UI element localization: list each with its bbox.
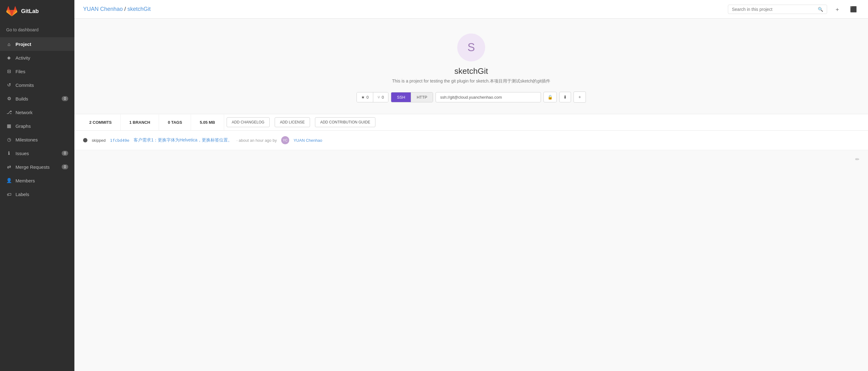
commits-count: 2 COMMITS: [89, 120, 112, 125]
sidebar-item-graphs[interactable]: ▦ Graphs: [0, 119, 74, 133]
fork-icon: ⑂: [378, 95, 380, 99]
commit-status-dot: [83, 138, 87, 142]
project-avatar-letter: S: [467, 41, 475, 54]
download-icon-button[interactable]: ⬇: [559, 92, 571, 103]
sidebar-label-builds: Builds: [16, 96, 28, 102]
author-initials: YC: [283, 138, 287, 142]
sidebar-item-dashboard[interactable]: Go to dashboard: [0, 22, 74, 37]
lock-icon-button[interactable]: 🔒: [544, 92, 557, 103]
sidebar-item-issues[interactable]: ℹ Issues 0: [0, 146, 74, 160]
project-name: sketchGit: [81, 66, 862, 76]
sidebar-label-members: Members: [16, 178, 35, 183]
project-avatar: S: [457, 33, 485, 61]
stars-button[interactable]: ★ 0: [357, 92, 373, 102]
sidebar-item-builds[interactable]: ⚙ Builds 0: [0, 92, 74, 106]
commit-meta: · about an hour ago by: [237, 138, 277, 143]
sidebar-item-members[interactable]: 👤 Members: [0, 174, 74, 188]
sidebar-label-milestones: Milestones: [16, 137, 38, 142]
gitlab-logo-icon: [6, 6, 18, 17]
commit-message[interactable]: 客户需求1：更换字体为Helvetica，更换标签位置。: [134, 137, 232, 143]
stats-bar: 2 COMMITS 1 BRANCH 0 TAGS 5.05 MB ADD CH…: [74, 114, 868, 131]
project-info: S sketchGit This is a project for testin…: [74, 19, 868, 114]
project-body: S sketchGit This is a project for testin…: [74, 19, 868, 371]
sidebar-header: GitLab: [0, 0, 74, 22]
issues-icon: ℹ: [6, 150, 12, 156]
commit-hash[interactable]: 1fcbd49e: [110, 138, 130, 143]
sidebar-label-files: Files: [16, 69, 25, 74]
commit-author-name[interactable]: YUAN Chenhao: [293, 138, 322, 143]
repo-url-input[interactable]: [436, 92, 541, 103]
tags-count: 0 TAGS: [168, 120, 182, 125]
sidebar-label-activity: Activity: [16, 55, 30, 60]
pencil-icon[interactable]: ✏: [855, 156, 859, 162]
branch-stat[interactable]: 1 BRANCH: [121, 114, 159, 130]
tags-stat[interactable]: 0 TAGS: [159, 114, 191, 130]
merge-requests-badge: 0: [62, 164, 68, 169]
add-contribution-button[interactable]: ADD CONTRIBUTION GUIDE: [315, 117, 375, 127]
forks-button[interactable]: ⑂ 0: [373, 92, 388, 102]
arrow-out-button[interactable]: ⬛: [847, 5, 859, 14]
sidebar-label-merge-requests: Merge Requests: [16, 164, 50, 170]
sidebar-item-commits[interactable]: ↺ Commits: [0, 78, 74, 92]
edit-bar: ✏: [74, 150, 868, 168]
sidebar-dashboard-label: Go to dashboard: [6, 27, 38, 32]
graphs-icon: ▦: [6, 123, 12, 129]
sidebar-item-milestones[interactable]: ◷ Milestones: [0, 133, 74, 146]
commit-row: skipped 1fcbd49e 客户需求1：更换字体为Helvetica，更换…: [74, 131, 868, 150]
http-tab[interactable]: HTTP: [411, 92, 433, 102]
sidebar-item-activity[interactable]: ◈ Activity: [0, 51, 74, 64]
files-icon: ⊟: [6, 68, 12, 74]
plus-icon-button[interactable]: ＋: [574, 91, 586, 103]
builds-icon: ⚙: [6, 96, 12, 102]
app-name: GitLab: [21, 8, 39, 15]
breadcrumb-separator: /: [123, 6, 127, 12]
breadcrumb-project[interactable]: sketchGit: [127, 6, 151, 12]
star-icon: ★: [361, 95, 365, 99]
sidebar-label-graphs: Graphs: [16, 123, 31, 129]
builds-badge: 0: [62, 96, 68, 101]
author-avatar: YC: [281, 136, 289, 144]
forks-count: 0: [382, 95, 384, 99]
members-icon: 👤: [6, 178, 12, 183]
milestones-icon: ◷: [6, 137, 12, 142]
home-icon: ⌂: [6, 41, 12, 47]
ssh-http-tabs: SSH HTTP: [391, 92, 433, 103]
repo-size: 5.05 MB: [199, 120, 215, 125]
commits-stat[interactable]: 2 COMMITS: [81, 114, 121, 130]
issues-badge: 0: [62, 151, 68, 156]
add-license-button[interactable]: ADD LICENSE: [275, 117, 310, 127]
activity-icon: ◈: [6, 55, 12, 60]
sidebar-label-labels: Labels: [16, 192, 29, 197]
size-stat: 5.05 MB: [191, 114, 224, 130]
branch-count: 1 BRANCH: [129, 120, 150, 125]
sidebar-label-project: Project: [16, 41, 31, 47]
project-description: This is a project for testing the git pl…: [81, 79, 862, 84]
breadcrumb: YUAN Chenhao / sketchGit: [83, 6, 723, 12]
merge-icon: ⇄: [6, 164, 12, 170]
sidebar-item-merge-requests[interactable]: ⇄ Merge Requests 0: [0, 160, 74, 174]
add-changelog-button[interactable]: ADD CHANGELOG: [227, 117, 270, 127]
sidebar-item-network[interactable]: ⎇ Network: [0, 106, 74, 119]
url-bar: ★ 0 ⑂ 0 SSH HTTP 🔒 ⬇ ＋: [81, 91, 862, 103]
labels-icon: 🏷: [6, 191, 12, 197]
stars-count: 0: [366, 95, 369, 99]
header: YUAN Chenhao / sketchGit 🔍 ＋ ⬛: [74, 0, 868, 19]
breadcrumb-owner[interactable]: YUAN Chenhao: [83, 6, 123, 12]
add-button[interactable]: ＋: [832, 4, 843, 14]
search-box: 🔍: [728, 5, 827, 14]
sidebar-label-issues: Issues: [16, 151, 29, 156]
sidebar-item-project[interactable]: ⌂ Project: [0, 37, 74, 51]
commit-status-label: skipped: [92, 138, 106, 143]
sidebar-label-commits: Commits: [16, 83, 34, 88]
network-icon: ⎇: [6, 110, 12, 115]
sidebar-label-network: Network: [16, 110, 33, 115]
stars-forks-group: ★ 0 ⑂ 0: [356, 92, 389, 103]
sidebar-item-labels[interactable]: 🏷 Labels: [0, 188, 74, 201]
sidebar: GitLab Go to dashboard ⌂ Project ◈ Activ…: [0, 0, 74, 371]
ssh-tab[interactable]: SSH: [391, 92, 411, 102]
sidebar-item-files[interactable]: ⊟ Files: [0, 64, 74, 78]
search-input[interactable]: [732, 7, 815, 12]
main-content: YUAN Chenhao / sketchGit 🔍 ＋ ⬛ S sketchG…: [74, 0, 868, 371]
search-icon: 🔍: [818, 7, 823, 12]
commits-icon: ↺: [6, 82, 12, 88]
